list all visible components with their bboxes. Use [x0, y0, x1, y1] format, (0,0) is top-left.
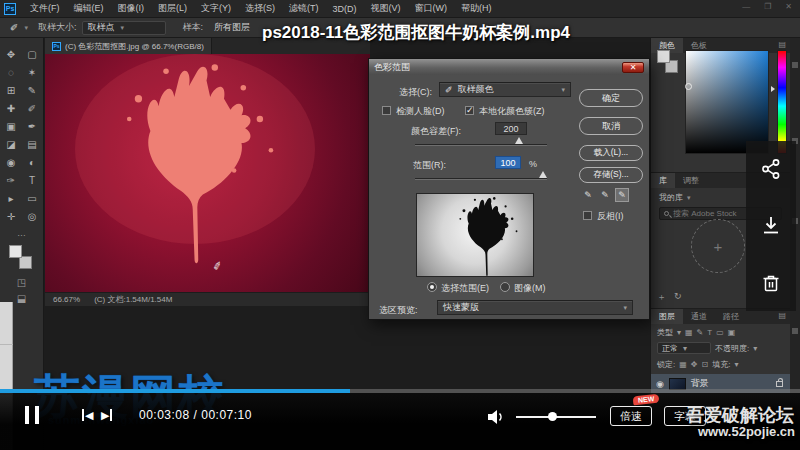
hand-tool[interactable]: ✛	[2, 208, 20, 224]
hue-slider[interactable]	[777, 50, 787, 154]
path-selection-tool[interactable]: ▸	[2, 190, 20, 206]
add-icon[interactable]: ＋	[657, 291, 666, 304]
ok-button[interactable]: 确定	[579, 89, 643, 107]
color-marker[interactable]	[685, 83, 692, 90]
save-button[interactable]: 存储(S)...	[579, 167, 643, 183]
tab-adjustments[interactable]: 调整	[675, 173, 707, 188]
volume-icon[interactable]	[486, 407, 506, 427]
menu-type[interactable]: 文字(Y)	[195, 2, 237, 15]
eyedropper-sample-icon[interactable]: ✎	[581, 188, 595, 202]
range-slider-handle[interactable]	[539, 171, 547, 178]
detect-faces-checkbox[interactable]	[382, 106, 391, 115]
move-tool[interactable]: ✥	[2, 46, 20, 62]
menu-view[interactable]: 视图(V)	[365, 2, 407, 15]
range-value[interactable]: 100	[495, 156, 521, 169]
blur-tool[interactable]: ◉	[2, 154, 20, 170]
select-dropdown[interactable]: ✐ 取样颜色 ▾	[439, 82, 571, 97]
shape-tool[interactable]: ▭	[23, 190, 41, 206]
saturation-box[interactable]	[685, 50, 769, 154]
selection-radio[interactable]	[427, 282, 437, 292]
menu-file[interactable]: 文件(F)	[24, 2, 66, 15]
invert-checkbox[interactable]	[583, 211, 592, 220]
my-library-dropdown[interactable]: 我的库	[659, 192, 683, 203]
color-swatches[interactable]	[7, 244, 37, 272]
healing-brush-tool[interactable]: ✚	[2, 100, 20, 116]
zoom-tool[interactable]: ◎	[23, 208, 41, 224]
filter-type-icon[interactable]: T	[707, 328, 712, 337]
brush-tool[interactable]: ✐	[23, 100, 41, 116]
clone-stamp-tool[interactable]: ▣	[2, 118, 20, 134]
image-radio[interactable]	[500, 282, 510, 292]
fuzziness-slider[interactable]	[415, 144, 547, 146]
previous-button[interactable]: ◀	[82, 408, 93, 422]
menu-filter[interactable]: 滤镜(T)	[283, 2, 325, 15]
library-add-target[interactable]: +	[691, 219, 745, 273]
gradient-tool[interactable]: ▤	[23, 136, 41, 152]
eyedropper-subtract-icon[interactable]: ✎	[615, 188, 629, 202]
tab-layers[interactable]: 图层	[651, 309, 683, 324]
load-button[interactable]: 载入(L)...	[579, 145, 643, 161]
visibility-eye-icon[interactable]: ◉	[656, 379, 664, 389]
tab-channels[interactable]: 通道	[683, 309, 715, 324]
type-tool[interactable]: T	[23, 172, 41, 188]
dialog-titlebar[interactable]: 色彩范围 ✕	[369, 59, 649, 75]
download-icon[interactable]	[760, 215, 782, 237]
cancel-button[interactable]: 取消	[579, 117, 643, 135]
ps-logo-icon: Ps	[4, 3, 16, 15]
eyedropper-add-icon[interactable]: ✎	[598, 188, 612, 202]
eyedropper-tool[interactable]: ✎	[23, 82, 41, 98]
lock-all-icon[interactable]: ⊡	[702, 360, 709, 369]
eraser-tool[interactable]: ◪	[2, 136, 20, 152]
document-tab[interactable]: Ps (C) 色彩范围抠图.jpg @ 66.7%(RGB/8)	[45, 38, 212, 54]
menu-3d[interactable]: 3D(D)	[327, 4, 363, 14]
menu-window[interactable]: 窗口(W)	[409, 2, 454, 15]
dialog-close-icon[interactable]: ✕	[622, 62, 644, 73]
tab-paths[interactable]: 路径	[715, 309, 747, 324]
pen-tool[interactable]: ✑	[2, 172, 20, 188]
menu-layer[interactable]: 图层(L)	[152, 2, 193, 15]
next-button[interactable]: ▶	[101, 408, 112, 422]
pause-button[interactable]	[25, 406, 39, 424]
toolbar-ellipsis[interactable]: …	[0, 228, 43, 238]
lock-transparent-icon[interactable]: ▦	[679, 360, 687, 369]
filter-shape-icon[interactable]: ▭	[716, 328, 724, 337]
lasso-tool[interactable]: ◌	[2, 64, 20, 80]
layer-thumbnail[interactable]	[669, 378, 686, 390]
marquee-tool[interactable]: ▢	[23, 46, 41, 62]
filter-adjustment-icon[interactable]: ✎	[697, 328, 704, 337]
menu-edit[interactable]: 编辑(E)	[68, 2, 110, 15]
sample-size-dropdown[interactable]: 取样点▾	[82, 21, 166, 35]
history-brush-tool[interactable]: ✒	[23, 118, 41, 134]
panel-icon[interactable]	[792, 62, 798, 68]
hue-marker[interactable]	[771, 86, 775, 92]
speed-button[interactable]: 倍速	[610, 406, 652, 426]
menu-help[interactable]: 帮助(H)	[455, 2, 498, 15]
tab-libraries[interactable]: 库	[651, 173, 675, 188]
lock-position-icon[interactable]: ✥	[691, 360, 698, 369]
share-icon[interactable]	[760, 158, 782, 180]
dodge-tool[interactable]: ◐	[23, 154, 41, 170]
fuzziness-value[interactable]: 200	[495, 122, 527, 135]
panel-menu-icon[interactable]: ▤	[774, 309, 790, 324]
foreground-color-swatch[interactable]	[9, 245, 22, 258]
chevron-down-icon: ▾	[677, 328, 681, 337]
sync-icon[interactable]: ↻	[674, 291, 682, 304]
menu-select[interactable]: 选择(S)	[239, 2, 281, 15]
selection-preview-dropdown[interactable]: 快速蒙版 ▾	[437, 300, 633, 315]
crop-tool[interactable]: ⊞	[2, 82, 20, 98]
magic-wand-tool[interactable]: ✶	[23, 64, 41, 80]
canvas-image[interactable]: ✐	[45, 54, 370, 292]
range-slider[interactable]	[415, 178, 547, 180]
localized-clusters-checkbox[interactable]	[465, 106, 474, 115]
blend-mode-dropdown[interactable]: 正常▾	[657, 342, 711, 354]
fuzziness-slider-handle[interactable]	[515, 137, 523, 144]
trash-icon[interactable]	[760, 272, 782, 294]
menu-image[interactable]: 图像(I)	[112, 2, 151, 15]
filter-pixel-icon[interactable]: ▦	[685, 328, 693, 337]
zoom-level[interactable]: 66.67%	[53, 295, 80, 304]
panel-foreground-swatch[interactable]	[657, 50, 670, 63]
quick-mask-button[interactable]: ◳	[0, 277, 43, 288]
panel-icon[interactable]	[792, 328, 798, 334]
filter-smartobject-icon[interactable]: ▣	[728, 328, 736, 337]
volume-slider-handle[interactable]	[548, 412, 557, 421]
